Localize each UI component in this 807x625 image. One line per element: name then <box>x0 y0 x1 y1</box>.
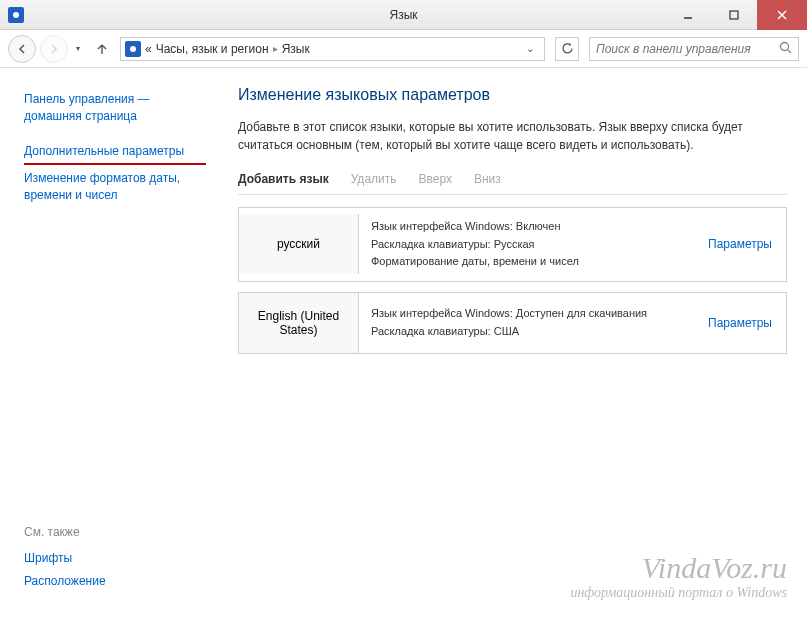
chevron-right-icon: ▸ <box>273 43 278 54</box>
search-box[interactable] <box>589 37 799 61</box>
svg-line-5 <box>788 49 792 53</box>
add-language-button[interactable]: Добавить язык <box>238 172 329 186</box>
navbar: ▾ « Часы, язык и регион ▸ Язык ⌄ <box>0 30 807 68</box>
breadcrumb-part-1[interactable]: Часы, язык и регион <box>156 42 269 56</box>
titlebar: Язык <box>0 0 807 30</box>
page-title: Изменение языковых параметров <box>238 86 787 104</box>
history-dropdown-icon[interactable]: ▾ <box>72 44 84 53</box>
language-row[interactable]: русский Язык интерфейса Windows: Включен… <box>238 207 787 282</box>
back-button[interactable] <box>8 35 36 63</box>
breadcrumb-prefix: « <box>145 42 152 56</box>
language-tile: English (United States) <box>239 293 359 353</box>
sidebar: Панель управления — домашняя страница До… <box>0 68 218 625</box>
language-detail-line: Язык интерфейса Windows: Доступен для ск… <box>371 305 682 323</box>
forward-button[interactable] <box>40 35 68 63</box>
sidebar-link-home[interactable]: Панель управления — домашняя страница <box>24 88 206 128</box>
refresh-button[interactable] <box>555 37 579 61</box>
language-options-link[interactable]: Параметры <box>694 237 786 251</box>
watermark-subtitle: информационный портал о Windows <box>570 585 787 601</box>
breadcrumb[interactable]: « Часы, язык и регион ▸ Язык ⌄ <box>120 37 545 61</box>
svg-rect-1 <box>730 11 738 19</box>
sidebar-footer: См. также Шрифты Расположение <box>24 525 206 613</box>
sidebar-link-location[interactable]: Расположение <box>24 570 206 593</box>
language-options-link[interactable]: Параметры <box>694 316 786 330</box>
maximize-button[interactable] <box>711 0 757 30</box>
breadcrumb-part-2[interactable]: Язык <box>282 42 310 56</box>
language-details: Язык интерфейса Windows: Включен Расклад… <box>359 208 694 281</box>
window-controls <box>665 0 807 30</box>
sidebar-link-dateformat[interactable]: Изменение форматов даты, времени и чисел <box>24 167 206 207</box>
sidebar-link-advanced[interactable]: Дополнительные параметры <box>24 140 206 166</box>
search-icon[interactable] <box>779 41 792 57</box>
language-tile: русский <box>239 214 359 274</box>
breadcrumb-dropdown-icon[interactable]: ⌄ <box>526 43 540 54</box>
watermark: VindaVoz.ru информационный портал о Wind… <box>570 551 787 601</box>
up-button[interactable] <box>92 39 112 59</box>
language-row[interactable]: English (United States) Язык интерфейса … <box>238 292 787 354</box>
watermark-title: VindaVoz.ru <box>570 551 787 585</box>
language-detail-line: Раскладка клавиатуры: Русская <box>371 236 682 254</box>
window-icon <box>8 7 24 23</box>
page-description: Добавьте в этот список языки, которые вы… <box>238 118 787 154</box>
language-detail-line: Язык интерфейса Windows: Включен <box>371 218 682 236</box>
svg-point-4 <box>781 42 789 50</box>
language-detail-line: Раскладка клавиатуры: США <box>371 323 682 341</box>
close-button[interactable] <box>757 0 807 30</box>
sidebar-seealso-title: См. также <box>24 525 206 539</box>
main: Изменение языковых параметров Добавьте в… <box>218 68 807 625</box>
content: Панель управления — домашняя страница До… <box>0 68 807 625</box>
language-detail-line: Форматирование даты, времени и чисел <box>371 253 682 271</box>
toolbar: Добавить язык Удалить Вверх Вниз <box>238 172 787 195</box>
window-title: Язык <box>389 8 417 22</box>
remove-button[interactable]: Удалить <box>351 172 397 186</box>
language-details: Язык интерфейса Windows: Доступен для ск… <box>359 295 694 350</box>
search-input[interactable] <box>596 42 779 56</box>
move-up-button[interactable]: Вверх <box>419 172 452 186</box>
move-down-button[interactable]: Вниз <box>474 172 501 186</box>
minimize-button[interactable] <box>665 0 711 30</box>
sidebar-link-fonts[interactable]: Шрифты <box>24 547 206 570</box>
breadcrumb-icon <box>125 41 141 57</box>
